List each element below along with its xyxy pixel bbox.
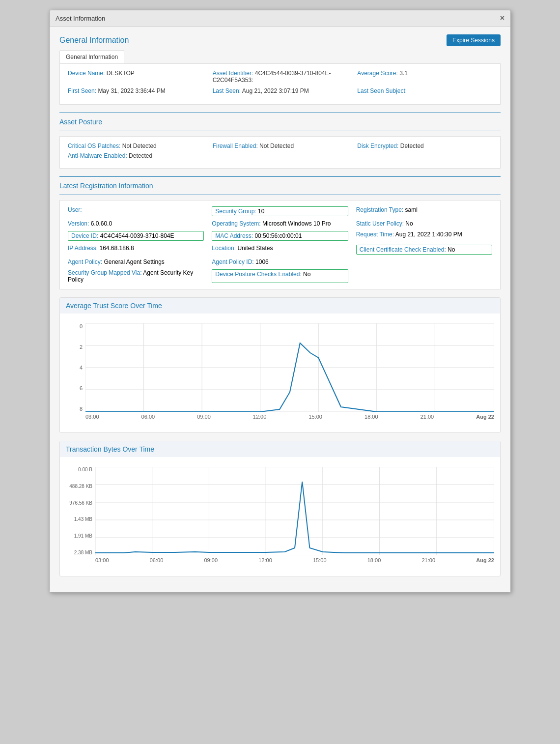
page-title: General Information [59,36,129,45]
reg-row-4: IP Address: 164.68.186.8 Location: Unite… [68,245,492,255]
close-button[interactable]: × [500,14,504,22]
reg-type-value: saml [405,206,418,213]
posture-row-2: Anti-Malware Enabled: Detected [68,152,492,159]
x-label-18-tb: 18:00 [367,557,381,563]
x-label-03: 03:00 [85,414,99,420]
critical-os-field: Critical OS Patches: Not Detected [68,143,203,149]
y-label-976kb: 976.56 KB [69,500,92,506]
avg-score-field: Average Score: 3.1 [357,70,492,84]
request-time-value: Aug 21, 2022 1:40:30 PM [395,231,462,238]
reg-row-1: User: Security Group: 10 Registration Ty… [68,206,492,216]
x-label-15: 15:00 [308,414,322,420]
y-label-2: 2 [80,344,83,350]
general-info-row-1: Device Name: DESKTOP Asset Identifier: 4… [68,70,492,84]
x-label-09-tb: 09:00 [204,557,218,563]
divider-posture [59,113,501,113]
trust-score-x-axis: 03:00 06:00 09:00 12:00 15:00 18:00 21:0… [85,412,494,427]
mac-value: 00:50:56:c0:00:01 [254,232,302,239]
firewall-label: Firewall Enabled: [213,143,258,149]
ip-field: IP Address: 164.68.186.8 [68,245,204,255]
critical-os-label: Critical OS Patches: [68,143,120,149]
static-user-label: Static User Policy: [356,220,404,227]
static-user-field: Static User Policy: No [356,220,492,227]
disk-encrypted-field: Disk Encrypted: Detected [357,143,492,149]
asset-posture-panel: Critical OS Patches: Not Detected Firewa… [59,136,501,169]
transaction-bytes-svg [95,467,494,555]
user-label: User: [68,206,82,213]
device-name-value: DESKTOP [107,70,135,77]
x-label-03-tb: 03:00 [95,557,109,563]
mac-label: MAC Address: [215,232,253,239]
os-value: Microsoft Windows 10 Pro [262,220,331,227]
mac-field: MAC Address: 00:50:56:c0:00:01 [212,231,348,241]
registration-panel: User: Security Group: 10 Registration Ty… [59,200,501,289]
agent-policy-id-value: 1006 [255,258,269,265]
y-label-238mb: 2.38 MB [74,550,92,555]
main-content: General Information Expire Sessions Gene… [50,27,510,592]
general-info-panel: Device Name: DESKTOP Asset Identifier: 4… [59,63,501,105]
reg-row-6: Security Group Mapped Via: Agent Securit… [68,269,492,283]
os-field: Operating System: Microsoft Windows 10 P… [212,220,348,227]
x-label-21: 21:00 [420,414,434,420]
ip-label: IP Address: [68,245,98,252]
avg-score-label: Average Score: [357,70,398,77]
device-id-value: 4C4C4544-0039-3710-804E [100,232,174,239]
last-seen-field: Last Seen: Aug 21, 2022 3:07:19 PM [213,87,348,94]
x-label-aug22: Aug 22 [476,414,494,420]
ip-value: 164.68.186.8 [100,245,134,252]
last-seen-value: Aug 21, 2022 3:07:19 PM [242,87,309,94]
agent-policy-id-label: Agent Policy ID: [212,258,253,265]
reg-row-2: Version: 6.0.60.0 Operating System: Micr… [68,220,492,227]
version-value: 6.0.60.0 [91,220,112,227]
disk-encrypted-value: Detected [400,143,424,149]
request-time-label: Request Time: [356,231,394,238]
anti-malware-label: Anti-Malware Enabled: [68,152,127,159]
agent-policy-label: Agent Policy: [68,258,102,265]
y-label-191mb: 1.91 MB [74,533,92,539]
anti-malware-field: Anti-Malware Enabled: Detected [68,152,492,159]
device-id-field: Device ID: 4C4C4544-0039-3710-804E [68,231,204,241]
divider-reg [59,176,501,177]
security-group-label: Security Group: [215,208,256,215]
location-value: United States [237,245,273,252]
trust-score-svg [85,323,494,412]
y-label-8: 8 [80,406,83,412]
reg-row-3: Device ID: 4C4C4544-0039-3710-804E MAC A… [68,231,492,241]
window-title: Asset Information [56,15,105,22]
x-label-21-tb: 21:00 [422,557,436,563]
divider-reg-2 [59,195,501,195]
trust-score-chart-area [85,323,494,412]
location-field: Location: United States [212,245,348,255]
security-group-field: Security Group: 10 [212,206,348,216]
client-cert-value: No [448,246,455,253]
request-time-field: Request Time: Aug 21, 2022 1:40:30 PM [356,231,492,241]
x-label-06-tb: 06:00 [150,557,164,563]
y-label-143mb: 1.43 MB [74,516,92,522]
trust-score-y-axis: 8 6 4 2 0 [66,323,85,412]
anti-malware-value: Detected [129,152,152,159]
last-seen-subject-label: Last Seen Subject: [357,87,407,94]
reg-row-5: Agent Policy: General Agent Settings Age… [68,258,492,265]
registration-title: Latest Registration Information [59,182,501,190]
device-id-label: Device ID: [71,232,98,239]
os-label: Operating System: [212,220,260,227]
posture-row-1: Critical OS Patches: Not Detected Firewa… [68,143,492,149]
last-seen-subject-field: Last Seen Subject: [357,87,492,94]
tab-general-information[interactable]: General Information [59,50,124,63]
empty-field-2 [356,269,492,283]
location-label: Location: [212,245,236,252]
y-label-6: 6 [80,385,83,391]
x-label-12: 12:00 [253,414,267,420]
transaction-bytes-chart-area [95,467,494,555]
transaction-bytes-y-axis: 2.38 MB 1.91 MB 1.43 MB 976.56 KB 488.28… [66,467,95,555]
expire-sessions-button[interactable]: Expire Sessions [447,34,501,46]
device-posture-value: No [303,271,310,278]
divider-posture-2 [59,131,501,131]
agent-policy-field: Agent Policy: General Agent Settings [68,258,204,265]
security-group-mapped-field: Security Group Mapped Via: Agent Securit… [68,269,204,283]
agent-policy-id-field: Agent Policy ID: 1006 [212,258,348,265]
user-field: User: [68,206,204,216]
transaction-bytes-chart-title: Transaction Bytes Over Time [60,441,500,457]
empty-field [356,258,492,265]
first-seen-label: First Seen: [68,87,96,94]
